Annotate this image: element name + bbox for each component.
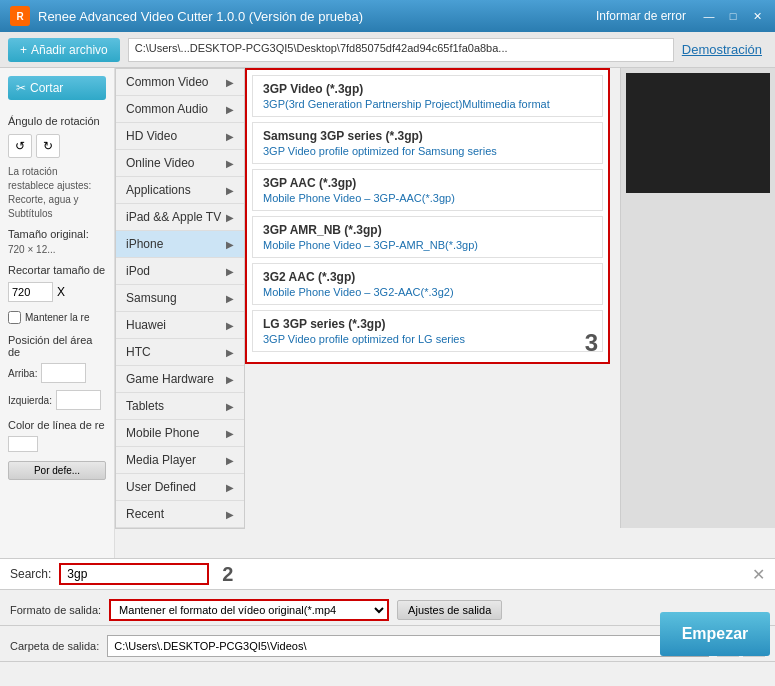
format-item[interactable]: Samsung 3GP series (*.3gp)3GP Video prof… bbox=[252, 122, 603, 164]
menu-item-media-player[interactable]: Media Player▶ bbox=[116, 447, 244, 474]
format-item[interactable]: 3G2 AAC (*.3gp)Mobile Phone Video – 3G2-… bbox=[252, 263, 603, 305]
size-dim: 720 × 12... bbox=[8, 243, 106, 257]
menu-item-common-video[interactable]: Common Video▶ bbox=[116, 69, 244, 96]
menu-item-hd-video[interactable]: HD Video▶ bbox=[116, 123, 244, 150]
rotation-note: La rotación restablece ajustes: Recorte,… bbox=[8, 165, 106, 221]
format-items-container: 3GP Video (*.3gp)3GP(3rd Generation Part… bbox=[252, 75, 603, 352]
video-preview bbox=[626, 73, 770, 193]
scissors-icon: ✂ bbox=[16, 81, 26, 95]
search-input[interactable] bbox=[59, 563, 209, 585]
left-panel: ✂ Cortar Ángulo de rotación ↺ ↻ La rotac… bbox=[0, 68, 115, 558]
menu-item-ipad-&&-apple-tv[interactable]: iPad && Apple TV▶ bbox=[116, 204, 244, 231]
start-button[interactable]: Empezar bbox=[660, 612, 770, 656]
video-area bbox=[620, 68, 775, 528]
keep-ratio-label: Mantener la re bbox=[25, 312, 89, 323]
top-label: Arriba: bbox=[8, 368, 37, 379]
output-format-label: Formato de salida: bbox=[10, 604, 101, 616]
output-folder-label: Carpeta de salida: bbox=[10, 640, 99, 652]
rotation-label: Ángulo de rotación bbox=[8, 115, 106, 127]
title-left: R Renee Advanced Video Cutter 1.0.0 (Ver… bbox=[10, 6, 363, 26]
search-label: Search: bbox=[10, 567, 51, 581]
badge-3: 3 bbox=[585, 329, 598, 357]
menu-item-common-audio[interactable]: Common Audio▶ bbox=[116, 96, 244, 123]
left-input[interactable] bbox=[56, 390, 101, 410]
cut-button[interactable]: ✂ Cortar bbox=[8, 76, 106, 100]
keep-ratio-row: Mantener la re bbox=[8, 311, 106, 324]
default-button[interactable]: Por defe... bbox=[8, 461, 106, 480]
window-controls: — □ ✕ bbox=[701, 8, 765, 24]
position-label: Posición del área de bbox=[8, 334, 106, 358]
output-format-select[interactable]: Mantener el formato del vídeo original(*… bbox=[109, 599, 389, 621]
menu-item-tablets[interactable]: Tablets▶ bbox=[116, 393, 244, 420]
format-menu: Common Video▶Common Audio▶HD Video▶Onlin… bbox=[115, 68, 245, 529]
output-format-bar: Formato de salida: Mantener el formato d… bbox=[0, 594, 775, 626]
menu-item-applications[interactable]: Applications▶ bbox=[116, 177, 244, 204]
search-bar: Search: 2 ✕ bbox=[0, 558, 775, 590]
menu-item-iphone[interactable]: iPhone▶ bbox=[116, 231, 244, 258]
adjust-output-button[interactable]: Ajustes de salida bbox=[397, 600, 502, 620]
output-folder-bar: Carpeta de salida: 📁 🔍 bbox=[0, 630, 775, 662]
toolbar: + Añadir archivo C:\Users\...DESKTOP-PCG… bbox=[0, 32, 775, 68]
crop-label: Recortar tamaño de bbox=[8, 264, 106, 276]
minimize-button[interactable]: — bbox=[701, 8, 717, 24]
rotate-right-button[interactable]: ↻ bbox=[36, 134, 60, 158]
menu-item-game-hardware[interactable]: Game Hardware▶ bbox=[116, 366, 244, 393]
demo-button[interactable]: Demostración bbox=[682, 42, 762, 57]
rotate-left-button[interactable]: ↺ bbox=[8, 134, 32, 158]
menu-item-htc[interactable]: HTC▶ bbox=[116, 339, 244, 366]
format-panel: 3GP Video (*.3gp)3GP(3rd Generation Part… bbox=[245, 68, 610, 364]
top-input[interactable] bbox=[41, 363, 86, 383]
color-label: Color de línea de re bbox=[8, 419, 106, 431]
add-icon: + bbox=[20, 43, 27, 57]
menu-item-samsung[interactable]: Samsung▶ bbox=[116, 285, 244, 312]
size-label: Tamaño original: bbox=[8, 228, 106, 240]
app-icon: R bbox=[10, 6, 30, 26]
title-bar: R Renee Advanced Video Cutter 1.0.0 (Ver… bbox=[0, 0, 775, 32]
x-label: X bbox=[57, 285, 65, 299]
title-text: Renee Advanced Video Cutter 1.0.0 (Versi… bbox=[38, 9, 363, 24]
maximize-button[interactable]: □ bbox=[725, 8, 741, 24]
format-item[interactable]: 3GP AMR_NB (*.3gp)Mobile Phone Video – 3… bbox=[252, 216, 603, 258]
width-input[interactable] bbox=[8, 282, 53, 302]
format-item[interactable]: LG 3GP series (*.3gp)3GP Video profile o… bbox=[252, 310, 603, 352]
menu-item-ipod[interactable]: iPod▶ bbox=[116, 258, 244, 285]
format-item[interactable]: 3GP AAC (*.3gp)Mobile Phone Video – 3GP-… bbox=[252, 169, 603, 211]
title-right: Informar de error — □ ✕ bbox=[596, 8, 765, 24]
menu-items-container: Common Video▶Common Audio▶HD Video▶Onlin… bbox=[116, 69, 244, 528]
search-clear-button[interactable]: ✕ bbox=[752, 565, 765, 584]
menu-item-user-defined[interactable]: User Defined▶ bbox=[116, 474, 244, 501]
left-row: Izquierda: bbox=[8, 390, 106, 410]
close-button[interactable]: ✕ bbox=[749, 8, 765, 24]
report-error-link[interactable]: Informar de error bbox=[596, 9, 686, 23]
color-box[interactable] bbox=[8, 436, 38, 452]
folder-path-input[interactable] bbox=[107, 635, 709, 657]
menu-item-mobile-phone[interactable]: Mobile Phone▶ bbox=[116, 420, 244, 447]
menu-item-recent[interactable]: Recent▶ bbox=[116, 501, 244, 528]
format-item[interactable]: 3GP Video (*.3gp)3GP(3rd Generation Part… bbox=[252, 75, 603, 117]
keep-ratio-checkbox[interactable] bbox=[8, 311, 21, 324]
badge-2: 2 bbox=[222, 563, 233, 586]
size-row: X bbox=[8, 282, 106, 302]
add-file-button[interactable]: + Añadir archivo bbox=[8, 38, 120, 62]
left-label: Izquierda: bbox=[8, 395, 52, 406]
top-row: Arriba: bbox=[8, 363, 106, 383]
menu-item-online-video[interactable]: Online Video▶ bbox=[116, 150, 244, 177]
menu-item-huawei[interactable]: Huawei▶ bbox=[116, 312, 244, 339]
rotation-controls: ↺ ↻ bbox=[8, 134, 106, 158]
file-path-display: C:\Users\...DESKTOP-PCG3QI5\Desktop\7fd8… bbox=[128, 38, 674, 62]
